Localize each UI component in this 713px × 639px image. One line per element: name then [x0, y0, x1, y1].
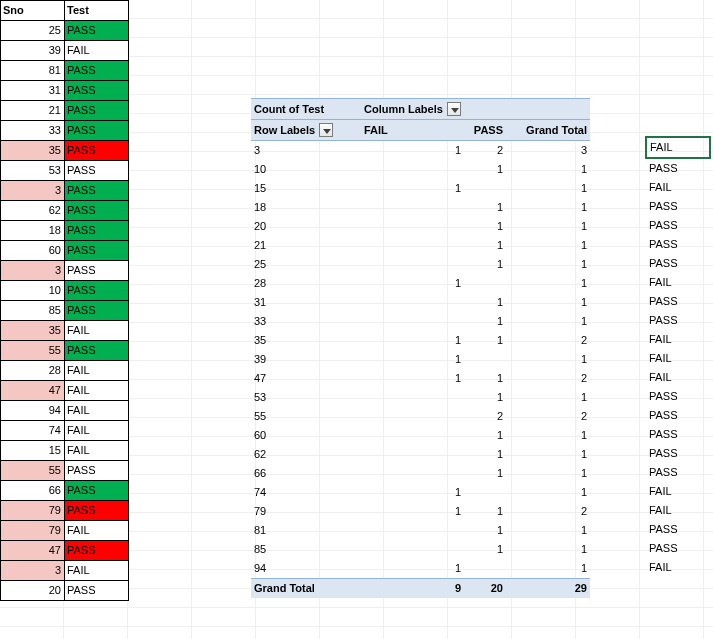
pivot-cell-grandtotal[interactable]: 3	[506, 141, 590, 161]
cell-test[interactable]: FAIL	[65, 521, 129, 541]
pivot-rowlabel[interactable]: 55	[251, 407, 361, 426]
pivot-rowlabel[interactable]: 66	[251, 464, 361, 483]
right-cell[interactable]: PASS	[646, 292, 710, 311]
cell-test[interactable]: PASS	[65, 501, 129, 521]
pivot-rowlabel[interactable]: 60	[251, 426, 361, 445]
cell-test[interactable]: FAIL	[65, 41, 129, 61]
cell-sno[interactable]: 25	[1, 21, 65, 41]
cell-sno[interactable]: 15	[1, 441, 65, 461]
pivot-cell-grandtotal[interactable]: 1	[506, 255, 590, 274]
pivot-cell-fail[interactable]	[361, 198, 464, 217]
pivot-rowlabel[interactable]: 25	[251, 255, 361, 274]
pivot-rowlabel[interactable]: 31	[251, 293, 361, 312]
pivot-col-fail[interactable]: FAIL	[361, 120, 464, 141]
right-cell[interactable]: FAIL	[646, 501, 710, 520]
cell-sno[interactable]: 94	[1, 401, 65, 421]
cell-sno[interactable]: 55	[1, 461, 65, 481]
right-cell[interactable]: FAIL	[646, 178, 710, 197]
pivot-rowlabel[interactable]: 47	[251, 369, 361, 388]
pivot-rowlabel[interactable]: 85	[251, 540, 361, 559]
right-cell[interactable]: PASS	[646, 539, 710, 558]
cell-sno[interactable]: 62	[1, 201, 65, 221]
pivot-rowlabel[interactable]: 28	[251, 274, 361, 293]
pivot-cell-fail[interactable]: 1	[361, 331, 464, 350]
pivot-cell-grandtotal[interactable]: 1	[506, 236, 590, 255]
pivot-count-label[interactable]: Count of Test	[251, 99, 361, 120]
pivot-cell-fail[interactable]	[361, 426, 464, 445]
cell-test[interactable]: PASS	[65, 281, 129, 301]
pivot-cell-pass[interactable]: 1	[464, 388, 506, 407]
pivot-cell-pass[interactable]: 1	[464, 198, 506, 217]
cell-test[interactable]: PASS	[65, 581, 129, 601]
pivot-cell-pass[interactable]: 1	[464, 236, 506, 255]
pivot-cell-fail[interactable]: 1	[361, 274, 464, 293]
cell-test[interactable]: PASS	[65, 81, 129, 101]
pivot-total-fail[interactable]: 9	[361, 579, 464, 599]
cell-test[interactable]: FAIL	[65, 561, 129, 581]
cell-sno[interactable]: 20	[1, 581, 65, 601]
cell-sno[interactable]: 66	[1, 481, 65, 501]
pivot-rowlabel[interactable]: 53	[251, 388, 361, 407]
cell-test[interactable]: PASS	[65, 141, 129, 161]
right-cell[interactable]: PASS	[646, 444, 710, 463]
pivot-rowlabel[interactable]: 62	[251, 445, 361, 464]
cell-test[interactable]: PASS	[65, 121, 129, 141]
pivot-rowlabel[interactable]: 15	[251, 179, 361, 198]
pivot-cell-pass[interactable]: 1	[464, 540, 506, 559]
pivot-cell-grandtotal[interactable]: 1	[506, 312, 590, 331]
pivot-cell-grandtotal[interactable]: 1	[506, 464, 590, 483]
pivot-rowlabel[interactable]: 33	[251, 312, 361, 331]
cell-test[interactable]: PASS	[65, 201, 129, 221]
pivot-cell-grandtotal[interactable]: 1	[506, 426, 590, 445]
pivot-rowlabel[interactable]: 94	[251, 559, 361, 579]
cell-sno[interactable]: 18	[1, 221, 65, 241]
pivot-cell-pass[interactable]: 1	[464, 426, 506, 445]
cell-test[interactable]: PASS	[65, 481, 129, 501]
cell-sno[interactable]: 79	[1, 501, 65, 521]
cell-test[interactable]: FAIL	[65, 441, 129, 461]
pivot-row-labels[interactable]: Row Labels	[251, 120, 361, 141]
cell-test[interactable]: FAIL	[65, 381, 129, 401]
pivot-cell-grandtotal[interactable]: 2	[506, 407, 590, 426]
right-cell[interactable]: PASS	[646, 158, 710, 178]
right-cell[interactable]: PASS	[646, 387, 710, 406]
cell-test[interactable]: PASS	[65, 161, 129, 181]
pivot-cell-pass[interactable]: 1	[464, 331, 506, 350]
right-cell[interactable]: FAIL	[646, 330, 710, 349]
right-cell[interactable]: PASS	[646, 463, 710, 482]
pivot-rowlabel[interactable]: 10	[251, 160, 361, 179]
pivot-cell-pass[interactable]: 1	[464, 293, 506, 312]
pivot-column-labels[interactable]: Column Labels	[361, 99, 464, 120]
pivot-cell-fail[interactable]	[361, 521, 464, 540]
pivot-cell-pass[interactable]	[464, 274, 506, 293]
pivot-total-grand[interactable]: 29	[506, 579, 590, 599]
pivot-cell-grandtotal[interactable]: 1	[506, 540, 590, 559]
right-cell[interactable]: FAIL	[646, 558, 710, 577]
pivot-cell-fail[interactable]	[361, 160, 464, 179]
right-cell[interactable]: PASS	[646, 425, 710, 444]
cell-sno[interactable]: 35	[1, 141, 65, 161]
pivot-col-grandtotal[interactable]: Grand Total	[506, 120, 590, 141]
cell-test[interactable]: PASS	[65, 241, 129, 261]
cell-sno[interactable]: 79	[1, 521, 65, 541]
right-cell[interactable]: PASS	[646, 406, 710, 425]
pivot-cell-pass[interactable]: 2	[464, 407, 506, 426]
header-test[interactable]: Test	[65, 1, 129, 21]
pivot-cell-fail[interactable]: 1	[361, 350, 464, 369]
pivot-cell-grandtotal[interactable]: 1	[506, 160, 590, 179]
dropdown-icon[interactable]	[319, 123, 333, 137]
cell-sno[interactable]: 3	[1, 181, 65, 201]
pivot-cell-grandtotal[interactable]: 1	[506, 293, 590, 312]
pivot-cell-pass[interactable]: 1	[464, 369, 506, 388]
cell-test[interactable]: FAIL	[65, 421, 129, 441]
cell-sno[interactable]: 39	[1, 41, 65, 61]
pivot-rowlabel[interactable]: 79	[251, 502, 361, 521]
pivot-cell-grandtotal[interactable]: 1	[506, 483, 590, 502]
pivot-cell-pass[interactable]: 1	[464, 445, 506, 464]
pivot-cell-fail[interactable]	[361, 407, 464, 426]
cell-test[interactable]: PASS	[65, 301, 129, 321]
cell-test[interactable]: FAIL	[65, 361, 129, 381]
pivot-cell-grandtotal[interactable]: 1	[506, 521, 590, 540]
pivot-cell-pass[interactable]	[464, 483, 506, 502]
pivot-cell-fail[interactable]	[361, 388, 464, 407]
